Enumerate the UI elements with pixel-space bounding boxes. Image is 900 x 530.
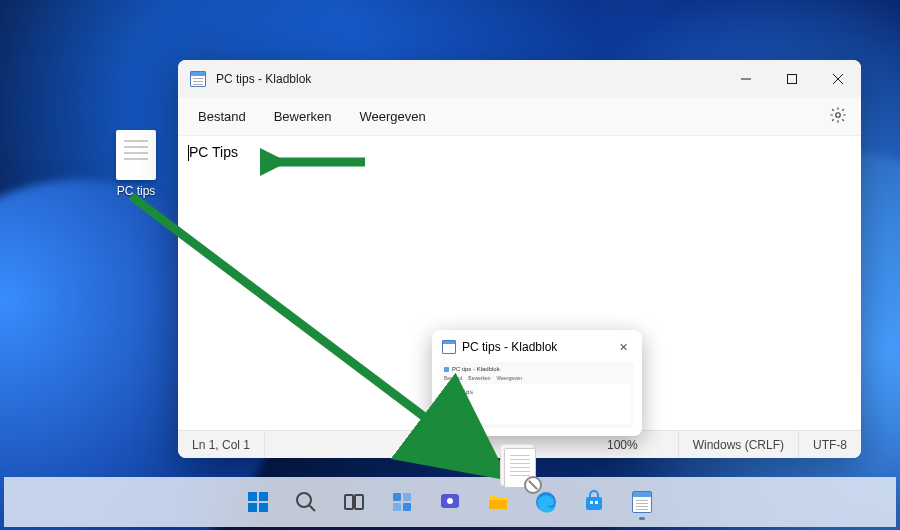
svg-rect-21 <box>489 500 507 509</box>
task-view-button[interactable] <box>334 482 374 522</box>
svg-rect-9 <box>248 503 257 512</box>
titlebar[interactable]: PC tips - Kladblok <box>178 60 861 98</box>
status-encoding: UTF-8 <box>799 431 861 458</box>
status-line-ending: Windows (CRLF) <box>679 431 799 458</box>
svg-rect-14 <box>355 495 363 509</box>
settings-button[interactable] <box>823 100 853 134</box>
svg-rect-25 <box>595 501 598 504</box>
svg-rect-16 <box>403 493 411 501</box>
search-button[interactable] <box>286 482 326 522</box>
svg-point-11 <box>297 493 311 507</box>
svg-rect-13 <box>345 495 353 509</box>
dragged-file-forbidden <box>504 448 542 494</box>
svg-rect-15 <box>393 493 401 501</box>
desktop-file-label: PC tips <box>117 184 156 198</box>
menubar: Bestand Bewerken Weergeven <box>178 98 861 136</box>
svg-rect-24 <box>590 501 593 504</box>
taskbar[interactable] <box>4 477 896 527</box>
svg-point-4 <box>836 112 841 117</box>
svg-point-20 <box>447 498 453 504</box>
menu-view[interactable]: Weergeven <box>348 103 438 130</box>
close-button[interactable] <box>815 60 861 98</box>
svg-rect-1 <box>788 75 797 84</box>
chat-button[interactable] <box>430 482 470 522</box>
window-title: PC tips - Kladblok <box>216 72 311 86</box>
notepad-icon <box>442 340 456 354</box>
svg-rect-7 <box>248 492 257 501</box>
desktop-file-pc-tips[interactable]: PC tips <box>100 130 172 198</box>
menu-edit[interactable]: Bewerken <box>262 103 344 130</box>
menu-file[interactable]: Bestand <box>186 103 258 130</box>
svg-rect-23 <box>586 497 602 510</box>
thumbnail-close-button[interactable]: ✕ <box>615 341 632 354</box>
status-cursor-position: Ln 1, Col 1 <box>178 431 265 458</box>
minimize-button[interactable] <box>723 60 769 98</box>
no-drop-icon <box>524 476 542 494</box>
start-button[interactable] <box>238 482 278 522</box>
store-button[interactable] <box>574 482 614 522</box>
taskbar-thumbnail-preview[interactable]: PC tips - Kladblok ✕ PC tips - Kladblok … <box>432 330 642 436</box>
notepad-taskbar-button[interactable] <box>622 482 662 522</box>
svg-rect-10 <box>259 503 268 512</box>
svg-rect-18 <box>403 503 411 511</box>
svg-line-12 <box>309 505 315 511</box>
thumbnail-body: PC tips - Kladblok Bestand Bewerken Weer… <box>440 362 634 428</box>
text-file-icon <box>116 130 156 180</box>
desktop[interactable]: PC tips PC tips - Kladblok Bestand Bewer… <box>0 0 900 530</box>
notepad-icon <box>190 71 206 87</box>
widgets-button[interactable] <box>382 482 422 522</box>
svg-rect-17 <box>393 503 401 511</box>
editor-content: PC Tips <box>189 144 238 160</box>
svg-rect-8 <box>259 492 268 501</box>
maximize-button[interactable] <box>769 60 815 98</box>
thumbnail-title: PC tips - Kladblok <box>462 340 557 354</box>
